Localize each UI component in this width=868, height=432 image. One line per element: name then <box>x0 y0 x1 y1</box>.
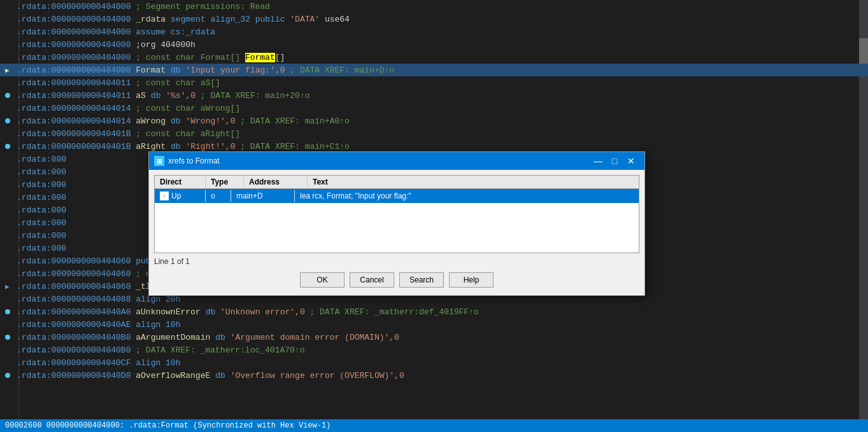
code-line[interactable]: ▶.rdata:0000000000404000 Formatdb 'Input… <box>0 64 868 76</box>
table-row[interactable]: ↑Upomain+Dlea rcx, Format; "Input your f… <box>155 189 639 203</box>
code-line[interactable]: .rdata:0000000000404014 ; const char aWr… <box>0 102 868 115</box>
ok-button[interactable]: OK <box>300 272 345 288</box>
code-line[interactable]: .rdata:0000000000404000 ; Segment permis… <box>0 0 868 13</box>
dialog-buttons: OK Cancel Search Help <box>154 270 639 290</box>
line-count: Line 1 of 1 <box>154 257 639 266</box>
code-editor: .rdata:0000000000404000 ; Segment permis… <box>0 0 868 432</box>
dialog-titlebar: ⊞ xrefs to Format — □ ✕ <box>149 152 644 170</box>
close-button[interactable]: ✕ <box>623 152 639 170</box>
code-line[interactable]: .rdata:000000000040401B ; const char aRi… <box>0 127 868 140</box>
code-line[interactable]: .rdata:0000000000404011 ; const char aS[… <box>0 76 868 89</box>
code-line[interactable]: .rdata:000000000040401B aRightdb 'Right!… <box>0 140 868 153</box>
search-button[interactable]: Search <box>399 272 444 288</box>
code-line[interactable]: .rdata:0000000000404000 ;org 404000h <box>0 38 868 51</box>
table-header: Direct Type Address Text <box>155 176 639 189</box>
dialog-content: Direct Type Address Text ↑Upomain+Dlea r… <box>149 170 644 295</box>
code-line[interactable]: .rdata:00000000004040B0 ; DATA XREF: _ma… <box>0 344 868 356</box>
cancel-button[interactable]: Cancel <box>350 272 394 288</box>
col-address: Address <box>244 176 308 188</box>
row-direction-icon: ↑ <box>160 192 169 200</box>
col-direct: Direct <box>155 176 206 188</box>
code-line[interactable]: .rdata:0000000000404014 aWrongdb 'Wrong!… <box>0 115 868 127</box>
code-line[interactable]: .rdata:0000000000404000 ; const char For… <box>0 51 868 64</box>
code-line[interactable]: .rdata:00000000004040A0 aUnknownErrordb … <box>0 305 868 318</box>
code-line[interactable]: .rdata:00000000004040AE align 10h <box>0 318 868 331</box>
code-line[interactable]: .rdata:0000000000404000 _rdatasegment al… <box>0 13 868 25</box>
xrefs-table[interactable]: Direct Type Address Text ↑Upomain+Dlea r… <box>154 175 639 253</box>
status-bar: 00002600 0000000000404000: .rdata:Format… <box>0 419 868 432</box>
col-type: Type <box>206 176 244 188</box>
xrefs-dialog[interactable]: ⊞ xrefs to Format — □ ✕ Direct Type Addr… <box>148 151 645 296</box>
code-line[interactable]: .rdata:00000000004040CF align 10h <box>0 356 868 369</box>
dialog-title: xrefs to Format <box>168 157 590 165</box>
dialog-controls: — □ ✕ <box>590 152 639 170</box>
help-button[interactable]: Help <box>449 272 494 288</box>
minimize-button[interactable]: — <box>590 152 606 170</box>
code-line[interactable]: .rdata:0000000000404000 assume cs:_rdata <box>0 25 868 38</box>
code-line[interactable]: .rdata:00000000004040D0 aOverflowRangeEd… <box>0 369 868 382</box>
col-text: Text <box>308 176 639 188</box>
code-line[interactable]: .rdata:00000000004040B0 aArgumentDomaind… <box>0 331 868 344</box>
table-body: ↑Upomain+Dlea rcx, Format; "Input your f… <box>155 189 639 253</box>
code-line[interactable]: .rdata:0000000000404011 aSdb '%s',0 ; DA… <box>0 89 868 102</box>
status-text: 00002600 0000000000404000: .rdata:Format… <box>5 421 331 430</box>
dialog-icon: ⊞ <box>154 156 164 166</box>
maximize-button[interactable]: □ <box>606 152 623 170</box>
